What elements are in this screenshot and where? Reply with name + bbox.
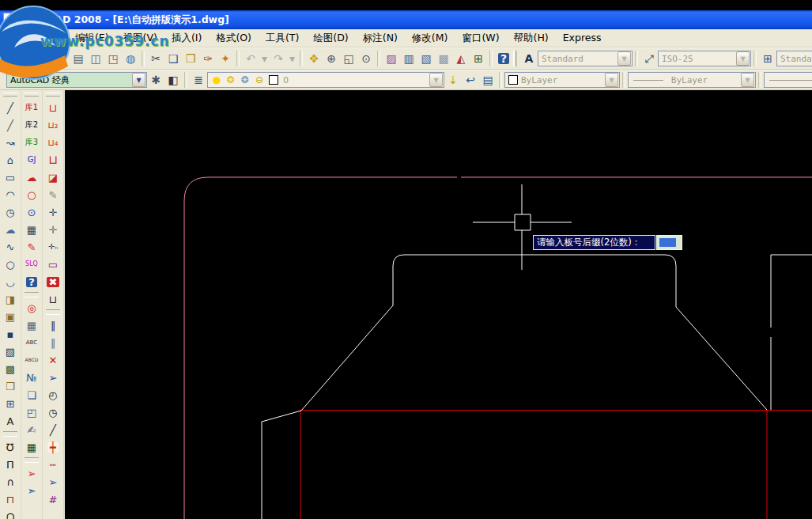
ellipse-arc-button[interactable]: ◡ bbox=[1, 273, 20, 290]
dim-style-manager-button[interactable]: ⤢ bbox=[640, 50, 658, 67]
layer-vp-freeze-button[interactable]: ❂ bbox=[239, 74, 251, 86]
cut-button[interactable]: ✂ bbox=[147, 50, 164, 67]
text-strike-button[interactable]: ABC bbox=[22, 334, 41, 351]
spline-button[interactable]: ∿ bbox=[1, 238, 20, 256]
no-draw-pencil-button[interactable]: ✎ bbox=[43, 186, 62, 203]
gradient-button[interactable]: ▩ bbox=[1, 360, 20, 377]
compass-2-button[interactable]: ◷ bbox=[43, 403, 62, 421]
tool-palettes-button[interactable]: ▧ bbox=[417, 50, 435, 67]
die-u-2-button[interactable]: ⊔₂ bbox=[43, 116, 62, 134]
menu-item[interactable]: 修改(M) bbox=[405, 29, 455, 47]
measure-tools-button[interactable]: ✍ bbox=[22, 421, 41, 438]
ellipse-shape-button[interactable]: ○ bbox=[22, 186, 41, 203]
make-object-layer-current-button[interactable]: ⇣ bbox=[444, 71, 462, 89]
menu-item[interactable]: 视图(V) bbox=[116, 29, 164, 47]
library-2-button[interactable]: 库2 bbox=[22, 116, 41, 134]
dots-pattern-button[interactable]: ▦ bbox=[22, 316, 41, 334]
cursor-pick-button[interactable]: ➢ bbox=[43, 473, 62, 491]
layer-lock-button[interactable]: ⊝ bbox=[253, 74, 266, 86]
pin-rectangle-button[interactable]: ▭ bbox=[43, 256, 62, 273]
rectangle-button[interactable]: ▭ bbox=[1, 169, 20, 186]
insert-block-button[interactable]: ◨ bbox=[1, 290, 20, 308]
open-file-button[interactable]: ❐ bbox=[27, 50, 44, 67]
pattern-grid-button[interactable]: ▦ bbox=[22, 221, 41, 238]
calculator-button[interactable]: ▦ bbox=[22, 438, 41, 456]
copy-button[interactable]: ❑ bbox=[164, 50, 182, 67]
drawing-window-icon[interactable]: A bbox=[5, 32, 18, 44]
sheetset-manager-button[interactable]: ▩ bbox=[435, 50, 452, 67]
help-button[interactable]: ? bbox=[495, 50, 512, 67]
cloud-shape-button[interactable]: ☁ bbox=[22, 169, 41, 186]
new-file-button[interactable]: ❏ bbox=[9, 50, 27, 67]
toolbar-grip[interactable] bbox=[25, 93, 39, 97]
die-u-button[interactable]: ⊔ bbox=[43, 99, 62, 116]
dim-style-dropdown-arrow[interactable]: ▼ bbox=[736, 51, 750, 66]
linetype-combo[interactable]: ByLayer ▼ bbox=[628, 72, 756, 88]
layer-dropdown-arrow[interactable]: ▼ bbox=[429, 73, 443, 87]
color-dropdown-arrow[interactable]: ▼ bbox=[605, 73, 618, 87]
ellipse-button[interactable]: ○ bbox=[1, 256, 20, 273]
library-1-button[interactable]: 库1 bbox=[22, 99, 41, 116]
table-style-combo[interactable]: Standard bbox=[776, 51, 812, 66]
marker-line-button[interactable]: ┿ bbox=[43, 438, 62, 456]
menu-item[interactable]: 标注(N) bbox=[356, 29, 405, 47]
die-tool-5-button[interactable]: ⋂ bbox=[1, 508, 20, 519]
menu-item[interactable]: 窗口(W) bbox=[455, 29, 506, 47]
layout-setup-button[interactable]: ◰ bbox=[22, 403, 41, 421]
quickcalc-button[interactable]: ⊞ bbox=[470, 50, 487, 67]
die-u-4-button[interactable]: ⊔₄ bbox=[43, 134, 62, 151]
layer-combo[interactable]: ●❂❂⊝ 0 ▼ bbox=[207, 72, 444, 88]
die-n-slash-button[interactable]: ◪ bbox=[43, 169, 62, 186]
text-style-dropdown-arrow[interactable]: ▼ bbox=[617, 51, 631, 66]
revision-cloud-button[interactable]: ☁ bbox=[1, 221, 20, 238]
title-bar[interactable]: A AutoCAD 2008 - [E:\自动拼版演示1.dwg] bbox=[0, 10, 812, 29]
make-block-button[interactable]: ▣ bbox=[1, 308, 20, 325]
zoom-window-button[interactable]: ◱ bbox=[340, 50, 357, 67]
table-button[interactable]: ⊞ bbox=[1, 395, 20, 412]
zoom-previous-button[interactable]: ⊙ bbox=[357, 50, 375, 67]
workspace-dropdown-arrow[interactable]: ▼ bbox=[132, 73, 145, 87]
die-tool-3-button[interactable]: ∩ bbox=[1, 473, 20, 491]
layer-previous-button[interactable]: ↩ bbox=[462, 71, 479, 89]
properties-palette-button[interactable]: ▨ bbox=[383, 50, 400, 67]
menu-item[interactable]: Express bbox=[556, 29, 609, 47]
menu-item[interactable]: 格式(O) bbox=[209, 29, 259, 47]
menu-item[interactable]: 编辑(E) bbox=[68, 29, 116, 47]
menu-item[interactable]: 文件(F) bbox=[21, 29, 68, 47]
select-order-button[interactable]: ➣ bbox=[22, 482, 41, 499]
undo-list-arrow-button[interactable]: ▾ bbox=[259, 50, 270, 67]
text-explode-button[interactable]: ABCD bbox=[22, 351, 41, 369]
redo-list-arrow-button[interactable]: ▾ bbox=[287, 50, 297, 67]
plot-preview-button[interactable]: ◫ bbox=[87, 50, 104, 67]
construction-line-button[interactable]: ╱ bbox=[1, 116, 20, 134]
die-u-ring-button[interactable]: ⊔ bbox=[43, 290, 62, 308]
hatch-button[interactable]: ▨ bbox=[1, 343, 20, 360]
3d-dwf-button[interactable]: ◍ bbox=[122, 50, 139, 67]
compass-1-button[interactable]: ◴ bbox=[43, 386, 62, 403]
line-button[interactable]: ╱ bbox=[1, 99, 20, 116]
select-copy-button[interactable]: ➢ bbox=[22, 464, 41, 482]
node-n-button[interactable]: ✛ₙ bbox=[43, 238, 62, 256]
drawing-canvas[interactable]: 请输入板号后缀(2位数)： bbox=[65, 90, 812, 519]
hash-marks-button[interactable]: # bbox=[43, 491, 62, 508]
circle-button[interactable]: ◷ bbox=[1, 203, 20, 221]
linetype-dropdown-arrow[interactable]: ▼ bbox=[741, 73, 754, 87]
polygon-button[interactable]: ⌂ bbox=[1, 151, 20, 169]
slq-tool-button[interactable]: SLQ bbox=[22, 256, 41, 273]
select-circle-button[interactable]: ◎ bbox=[22, 299, 41, 316]
lineweight-combo[interactable] bbox=[764, 72, 812, 88]
menu-item[interactable]: 插入(I) bbox=[164, 29, 209, 47]
dots-red-button[interactable]: ┉ bbox=[43, 456, 62, 473]
save-workspace-button[interactable]: ◧ bbox=[164, 71, 182, 89]
line-draw-button[interactable]: ╱ bbox=[43, 421, 62, 438]
plot-button[interactable]: ▤ bbox=[70, 50, 87, 67]
parallel-lines-button[interactable]: ∥ bbox=[43, 316, 62, 334]
paste-button[interactable]: ❒ bbox=[182, 50, 199, 67]
node-snap-alt-button[interactable]: ✛ bbox=[43, 221, 62, 238]
layer-on-bulb-button[interactable]: ● bbox=[210, 74, 223, 86]
publish-button[interactable]: ◳ bbox=[104, 50, 122, 67]
multiline-text-button[interactable]: A bbox=[1, 412, 20, 430]
arc-button[interactable]: ◠ bbox=[1, 186, 20, 203]
number-block-button[interactable]: № bbox=[22, 369, 41, 386]
point-button[interactable]: ▪ bbox=[1, 325, 20, 343]
